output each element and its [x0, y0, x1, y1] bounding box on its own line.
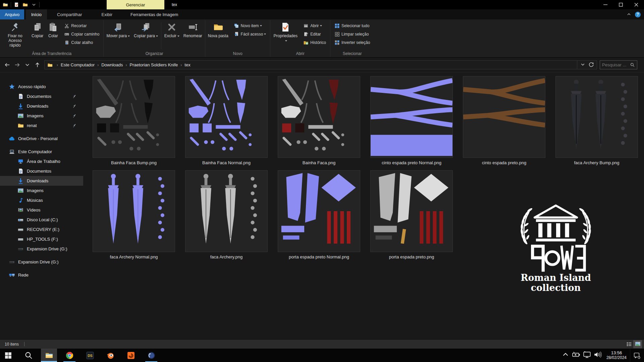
minimize-button[interactable]	[598, 0, 613, 9]
copiar-caminho-button[interactable]: Copiar caminho	[62, 30, 101, 38]
tab-file[interactable]: Arquivo	[0, 9, 24, 19]
sidebar-item-area-de-trabalho[interactable]: Área de Trabalho	[0, 157, 83, 166]
sidebar-item-rede[interactable]: Rede	[0, 270, 83, 280]
file-thumbnail[interactable]	[463, 76, 545, 158]
breadcrumb-box[interactable]: ›Este Computador›Downloads›Praetorian So…	[44, 60, 597, 69]
file-thumbnail[interactable]	[93, 170, 175, 252]
recortar-button[interactable]: Recortar	[62, 21, 101, 30]
recent-button[interactable]	[22, 60, 32, 70]
file-item-faca-archery-png[interactable]: faca Archery.png	[185, 170, 268, 260]
tab-share[interactable]: Compartilhar	[52, 9, 87, 19]
details-view-button[interactable]	[625, 340, 633, 348]
blender-taskbar-button[interactable]	[102, 349, 118, 362]
up-button[interactable]	[32, 60, 42, 70]
file-thumbnail[interactable]	[185, 76, 268, 158]
back-button[interactable]	[2, 60, 12, 70]
file-explorer-taskbar-button[interactable]	[41, 349, 57, 362]
file-thumbnail[interactable]	[93, 76, 175, 158]
editar-button[interactable]: Editar	[301, 30, 328, 38]
cinema4d-taskbar-button[interactable]	[143, 349, 159, 362]
file-thumbnail[interactable]	[555, 76, 638, 158]
file-item-faca-archery-bump-png[interactable]: faca Archery Bump.png	[555, 76, 638, 166]
thumbnails-view-button[interactable]	[633, 340, 642, 348]
tab-image-tools[interactable]: Ferramentas de Imagem	[125, 9, 183, 19]
manage-context-tab[interactable]: Gerenciar	[107, 0, 164, 9]
nova-pasta-button[interactable]: Nova pasta	[206, 21, 230, 39]
breadcrumb-segment-praetorian-soldiers-knife[interactable]: Praetorian Soldiers Knife	[130, 62, 178, 67]
file-item-porta-espada-preto-normal-png[interactable]: porta espada preto Normal.png	[278, 170, 360, 260]
collapse-ribbon-icon[interactable]	[626, 12, 632, 17]
file-item-faca-archery-normal-png[interactable]: faca Archery Normal.png	[93, 170, 175, 260]
tab-view[interactable]: Exibir	[96, 9, 118, 19]
file-thumbnail[interactable]	[278, 170, 360, 252]
address-dropdown-button[interactable]	[579, 62, 587, 68]
breadcrumb-segment-este-computador[interactable]: Este Computador	[61, 62, 95, 67]
selecionar-tudo-button[interactable]: Selecionar tudo	[332, 21, 372, 30]
mover-para-button[interactable]: Mover para	[104, 21, 132, 39]
sidebar-item-videos[interactable]: Vídeos	[0, 205, 83, 215]
sidebar-item-documentos[interactable]: Documentos	[0, 92, 83, 101]
file-item-porta-espada-preto-png[interactable]: porta espada preto.png	[370, 170, 453, 260]
inverter-selecao-button[interactable]: Inverter seleção	[332, 38, 372, 47]
file-thumbnail[interactable]	[370, 170, 453, 252]
sidebar-item-imagens[interactable]: Imagens	[0, 186, 83, 195]
search-input[interactable]	[602, 62, 630, 67]
sidebar-item-expansion-drive-g[interactable]: Expansion Drive (G:)	[0, 244, 83, 254]
tab-home[interactable]: Início	[26, 9, 47, 19]
close-button[interactable]	[629, 0, 644, 9]
forward-button[interactable]	[12, 60, 22, 70]
abrir-button[interactable]: Abrir	[301, 21, 328, 30]
propriedades-button[interactable]: Propriedades	[271, 21, 300, 44]
display-icon[interactable]	[583, 350, 591, 359]
copiar-button[interactable]: Copiar	[30, 21, 45, 39]
maximize-button[interactable]	[613, 0, 629, 9]
taskbar-clock[interactable]: 13:56 28/02/2024	[606, 351, 627, 360]
file-item-bainha-faca-normal-png[interactable]: Bainha Faca Normal.png	[185, 76, 268, 166]
refresh-button[interactable]	[587, 62, 595, 68]
start-taskbar-button[interactable]	[0, 349, 16, 362]
historico-button[interactable]: Histórico	[301, 38, 328, 47]
renomear-button[interactable]: Renomear	[181, 21, 204, 39]
qat-customize-button[interactable]	[31, 1, 37, 8]
help-button[interactable]: ?	[635, 12, 641, 17]
file-item-bainha-faca-png[interactable]: Bainha Faca.png	[278, 76, 360, 166]
sidebar-item-disco-local-c[interactable]: Disco Local (C:)	[0, 215, 83, 225]
file-thumbnail[interactable]	[370, 76, 453, 158]
facil-acesso-button[interactable]: Fácil acesso	[232, 30, 268, 38]
daz-studio-taskbar-button[interactable]: DS	[82, 349, 98, 362]
sidebar-item-hp-tools-f[interactable]: HP_TOOLS (F:)	[0, 234, 83, 244]
file-item-cinto-espada-preto-normal-png[interactable]: cinto espada preto Normal.png	[370, 76, 453, 166]
battery-icon[interactable]	[572, 350, 581, 359]
taskbar-search-taskbar-button[interactable]	[20, 349, 37, 362]
sidebar-item-expansion-drive-g[interactable]: Expansion Drive (G:)	[0, 257, 83, 267]
chrome-taskbar-button[interactable]	[61, 349, 77, 362]
volume-icon[interactable]	[593, 350, 602, 359]
sidebar-item-renat[interactable]: renat	[0, 121, 83, 130]
sidebar-item-documentos[interactable]: Documentos	[0, 166, 83, 176]
colar-button[interactable]: Colar	[45, 21, 61, 39]
sidebar-item-recovery-e[interactable]: RECOVERY (E:)	[0, 225, 83, 234]
sidebar-item-este-computador[interactable]: Este Computador	[0, 147, 83, 157]
breadcrumb-segment-tex[interactable]: tex	[184, 62, 190, 67]
action-center-button[interactable]	[630, 349, 643, 362]
houdini-taskbar-button[interactable]	[123, 349, 139, 362]
file-thumbnail[interactable]	[185, 170, 268, 252]
excluir-button[interactable]: Excluir	[162, 21, 181, 39]
sidebar-item-acesso-rapido[interactable]: Acesso rápido	[0, 82, 83, 92]
colar-atalho-button[interactable]: Colar atalho	[62, 38, 101, 47]
sidebar-item-musicas[interactable]: Músicas	[0, 195, 83, 205]
tray-expand-icon[interactable]	[561, 350, 570, 359]
fixar-no-acesso-rapido-button[interactable]: Fixar no Acesso rápido	[1, 21, 30, 49]
sidebar-item-downloads[interactable]: Downloads	[0, 101, 83, 111]
limpar-selecao-button[interactable]: Limpar seleção	[332, 30, 372, 38]
search-box[interactable]	[600, 60, 637, 69]
novo-item-button[interactable]: Novo item	[232, 21, 268, 30]
file-item-cinto-espada-preto-png[interactable]: cinto espada preto.png	[463, 76, 545, 166]
file-thumbnail[interactable]	[278, 76, 360, 158]
breadcrumb-segment-downloads[interactable]: Downloads	[101, 62, 123, 67]
qat-properties-button[interactable]	[13, 1, 20, 8]
sidebar-item-downloads[interactable]: Downloads	[0, 176, 83, 186]
sidebar-item-onedrive-personal[interactable]: OneDrive - Personal	[0, 134, 83, 143]
qat-new-folder-button[interactable]	[22, 1, 29, 8]
copiar-para-button[interactable]: Copiar para	[132, 21, 160, 39]
